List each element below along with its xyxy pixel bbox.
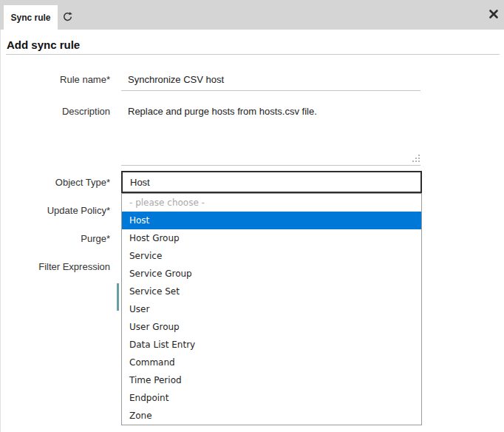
filter-expression-label: Filter Expression — [1, 261, 110, 272]
tab-sync-rule-label: Sync rule — [10, 13, 50, 23]
tab-bar: Sync rule — [0, 0, 504, 30]
dropdown-option[interactable]: Data List Entry — [122, 336, 421, 354]
object-type-listbox: - please choose -HostHost GroupServiceSe… — [121, 193, 422, 425]
rule-name-input[interactable]: Synchronize CSV host — [128, 74, 224, 85]
dropdown-option[interactable]: Host Group — [122, 229, 421, 247]
add-sync-rule-panel: Add sync rule Rule name* Synchronize CSV… — [0, 30, 504, 432]
close-icon[interactable] — [488, 9, 499, 19]
dropdown-option[interactable]: Service Set — [122, 283, 421, 300]
dropdown-option[interactable]: Endpoint — [122, 389, 421, 407]
dropdown-option[interactable]: Service Group — [122, 265, 421, 283]
object-type-select-value: Host — [130, 177, 150, 188]
dropdown-option[interactable]: Zone — [122, 407, 421, 425]
sync-rule-window: Sync rule Add sync rule Rule name* Synch… — [0, 0, 504, 432]
dropdown-option[interactable]: Host — [122, 212, 421, 229]
page-title: Add sync rule — [7, 38, 80, 51]
dropdown-option[interactable]: Time Period — [122, 371, 421, 389]
rule-name-label: Rule name* — [1, 74, 110, 85]
dropdown-option[interactable]: Command — [122, 354, 421, 371]
object-type-select[interactable]: Host — [121, 171, 422, 193]
dropdown-option[interactable]: User — [122, 300, 421, 318]
update-policy-label: Update Policy* — [1, 205, 110, 216]
description-textarea[interactable]: Replace and purge hosts from hosts.csv f… — [128, 106, 317, 117]
tab-sync-rule[interactable]: Sync rule — [4, 5, 58, 30]
refresh-icon[interactable] — [62, 11, 73, 22]
dropdown-option-placeholder[interactable]: - please choose - — [122, 194, 421, 212]
object-type-label: Object Type* — [1, 177, 110, 188]
dropdown-option[interactable]: Service — [122, 247, 421, 265]
title-divider — [6, 54, 500, 55]
filter-expression-field-edge — [117, 283, 119, 311]
description-textarea-underline[interactable] — [121, 165, 420, 166]
resize-grip-icon[interactable] — [412, 155, 414, 156]
rule-name-input-underline[interactable] — [121, 90, 420, 91]
dropdown-option[interactable]: User Group — [122, 318, 421, 336]
purge-label: Purge* — [1, 233, 110, 244]
description-label: Description — [1, 106, 110, 117]
